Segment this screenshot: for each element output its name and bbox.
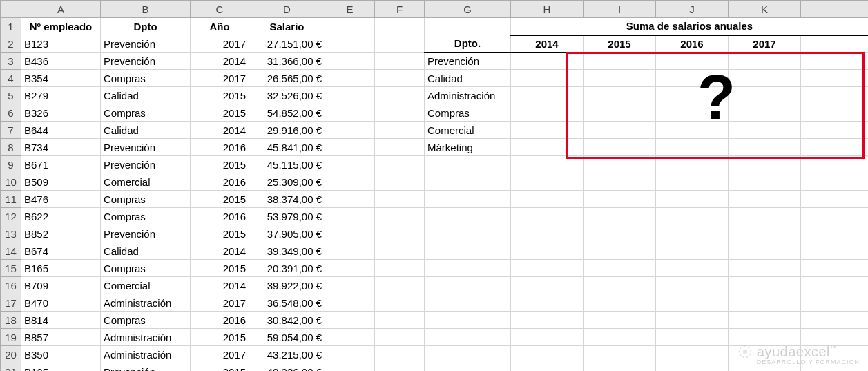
spreadsheet-grid[interactable]: A B C D E F G H I J K 1Nº empleadoDptoAñ… [0, 0, 868, 371]
summary-cell[interactable] [656, 70, 729, 87]
cell-emp[interactable]: B709 [21, 277, 101, 294]
cell-salary[interactable]: 59.054,00 € [249, 329, 325, 346]
column-header-row[interactable]: A B C D E F G H I J K [1, 1, 869, 18]
cell-salary[interactable]: 25.309,00 € [249, 173, 325, 191]
cell-emp[interactable]: B279 [21, 87, 101, 104]
col-header-B[interactable]: B [101, 1, 191, 18]
cell-dpto[interactable]: Compras [101, 208, 191, 225]
cell-salary[interactable]: 31.366,00 € [249, 53, 325, 70]
cell[interactable] [375, 329, 425, 346]
cell[interactable] [511, 294, 584, 312]
cell-dpto[interactable]: Compras [101, 70, 191, 87]
cell[interactable] [375, 260, 425, 277]
cell-year[interactable]: 2015 [191, 329, 249, 346]
cell-dpto[interactable]: Compras [101, 260, 191, 277]
summary-year-2016[interactable]: 2016 [656, 35, 729, 53]
data-row[interactable]: 16B709Comercial201439.922,00 € [1, 277, 869, 294]
cell[interactable] [325, 87, 375, 104]
cell[interactable] [425, 294, 511, 312]
summary-cell[interactable] [656, 104, 729, 122]
cell[interactable] [325, 312, 375, 329]
cell[interactable] [801, 208, 869, 225]
cell-dpto[interactable]: Compras [101, 104, 191, 122]
cell[interactable] [801, 260, 869, 277]
data-row[interactable]: 3B436Prevención201431.366,00 €Prevención [1, 53, 869, 70]
cell-year[interactable]: 2016 [191, 139, 249, 156]
cell[interactable] [425, 329, 511, 346]
row-header-12[interactable]: 12 [1, 208, 21, 225]
row-header-5[interactable]: 5 [1, 87, 21, 104]
cell[interactable] [584, 225, 656, 242]
col-header-E[interactable]: E [325, 1, 375, 18]
data-row[interactable]: 19B857Administración201559.054,00 € [1, 329, 869, 346]
cell-dpto[interactable]: Prevención [101, 156, 191, 173]
data-row[interactable]: 4B354Compras201726.565,00 €Calidad [1, 70, 869, 87]
cell-year[interactable]: 2015 [191, 225, 249, 242]
cell[interactable] [656, 173, 729, 191]
row-header-15[interactable]: 15 [1, 260, 21, 277]
cell[interactable] [801, 104, 869, 122]
cell[interactable] [656, 260, 729, 277]
summary-cell[interactable] [656, 87, 729, 104]
col-header-A[interactable]: A [21, 1, 101, 18]
cell[interactable] [325, 122, 375, 139]
summary-dept[interactable]: Calidad [425, 70, 511, 87]
cell-emp[interactable]: B350 [21, 346, 101, 363]
cell-salary[interactable]: 27.151,00 € [249, 35, 325, 53]
select-all-corner[interactable] [1, 1, 21, 18]
cell[interactable] [801, 87, 869, 104]
cell[interactable] [375, 104, 425, 122]
summary-cell[interactable] [729, 104, 801, 122]
cell[interactable] [375, 277, 425, 294]
cell-salary[interactable]: 54.852,00 € [249, 104, 325, 122]
cell[interactable] [801, 191, 869, 208]
cell[interactable] [729, 277, 801, 294]
cell-emp[interactable]: B814 [21, 312, 101, 329]
row-header-8[interactable]: 8 [1, 139, 21, 156]
data-row[interactable]: 1Nº empleadoDptoAñoSalarioSuma de salari… [1, 18, 869, 35]
cell-salary[interactable]: 43.215,00 € [249, 346, 325, 363]
cell[interactable] [325, 156, 375, 173]
cell-year[interactable]: 2014 [191, 277, 249, 294]
cell[interactable] [584, 208, 656, 225]
cell-emp[interactable]: B852 [21, 225, 101, 242]
cell-emp[interactable]: B165 [21, 260, 101, 277]
header-salario[interactable]: Salario [249, 18, 325, 35]
col-header-J[interactable]: J [656, 1, 729, 18]
cell[interactable] [425, 18, 511, 35]
row-header-6[interactable]: 6 [1, 104, 21, 122]
cell-year[interactable]: 2015 [191, 87, 249, 104]
header-nempleado[interactable]: Nº empleado [21, 18, 101, 35]
cell-dpto[interactable]: Comercial [101, 277, 191, 294]
summary-cell[interactable] [511, 139, 584, 156]
header-dpto[interactable]: Dpto [101, 18, 191, 35]
summary-cell[interactable] [511, 104, 584, 122]
cell-dpto[interactable]: Prevención [101, 139, 191, 156]
cell-year[interactable]: 2016 [191, 208, 249, 225]
data-row[interactable]: 14B674Calidad201439.349,00 € [1, 242, 869, 260]
cell-emp[interactable]: B354 [21, 70, 101, 87]
row-header-19[interactable]: 19 [1, 329, 21, 346]
cell[interactable] [425, 208, 511, 225]
cell[interactable] [584, 260, 656, 277]
cell[interactable] [425, 191, 511, 208]
data-row[interactable]: 12B622Compras201653.979,00 € [1, 208, 869, 225]
cell[interactable] [325, 173, 375, 191]
cell[interactable] [801, 277, 869, 294]
data-row[interactable]: 2B123Prevención201727.151,00 €Dpto.20142… [1, 35, 869, 53]
cell[interactable] [801, 294, 869, 312]
col-header-C[interactable]: C [191, 1, 249, 18]
cell-year[interactable]: 2014 [191, 242, 249, 260]
cell[interactable] [801, 346, 869, 363]
cell-salary[interactable]: 38.374,00 € [249, 191, 325, 208]
summary-cell[interactable] [584, 53, 656, 70]
cell[interactable] [425, 363, 511, 372]
cell[interactable] [729, 260, 801, 277]
cell[interactable] [375, 70, 425, 87]
cell[interactable] [656, 363, 729, 372]
col-header-F[interactable]: F [375, 1, 425, 18]
cell-dpto[interactable]: Prevención [101, 53, 191, 70]
cell[interactable] [425, 260, 511, 277]
cell[interactable] [511, 260, 584, 277]
cell[interactable] [656, 225, 729, 242]
